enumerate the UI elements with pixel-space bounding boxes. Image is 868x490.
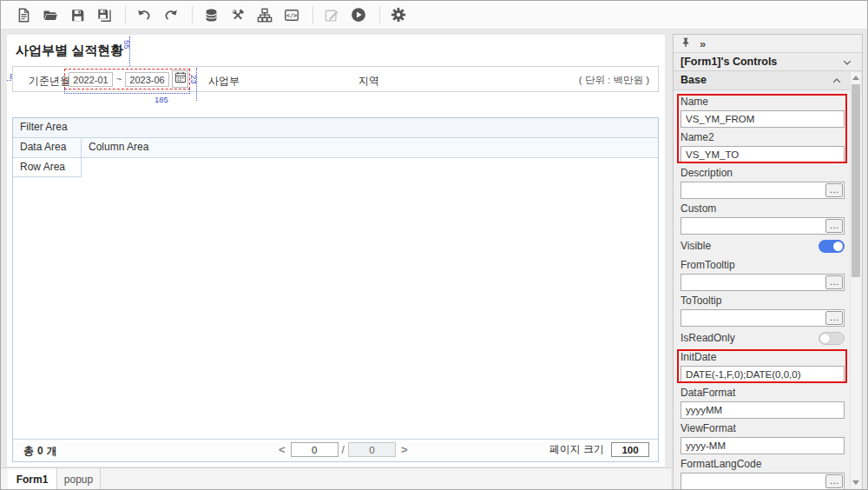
pager: < / > [273, 442, 413, 457]
pin-icon[interactable] [681, 36, 691, 51]
tools-icon [230, 8, 246, 23]
save-button[interactable] [65, 3, 89, 26]
open-folder-button[interactable] [38, 3, 62, 26]
total-pages-input [348, 442, 396, 457]
new-file-icon [16, 8, 31, 23]
prop-label-visible: Visible [681, 240, 711, 252]
prop-label-fromtooltip: FromTooltip [681, 259, 845, 271]
toolbar-separator [125, 6, 126, 23]
svg-text:</>: </> [286, 12, 297, 19]
prop-field-formatlangcode: FormatLangCode … [681, 458, 845, 489]
pivot-column-area[interactable]: Column Area [82, 138, 658, 157]
tab-form1[interactable]: Form1 [8, 468, 57, 490]
app-window: </> 사업부별 실적현황 55 88 기준년월 ~ 185 23 사업부 지역… [0, 0, 868, 490]
guide-label-55: 55 [122, 40, 132, 50]
run-button[interactable] [346, 3, 371, 26]
ellipsis-button[interactable]: … [825, 183, 843, 197]
ellipsis-button[interactable]: … [825, 219, 843, 233]
prop-field-initdate: InitDate [681, 351, 845, 383]
page-title: 사업부별 실적현황 [16, 43, 123, 59]
base-header-label: Base [681, 74, 707, 86]
undo-icon [136, 8, 152, 22]
total-value: 0 [37, 445, 43, 457]
toolbar-separator [312, 6, 313, 23]
page-size-label: 페이지 크기 [549, 442, 604, 457]
prop-label-isreadonly: IsReadOnly [681, 332, 735, 344]
base-section-header[interactable]: Base [674, 71, 862, 90]
date-to-input[interactable] [125, 72, 169, 87]
prop-input-name[interactable] [681, 110, 845, 128]
prop-input-name2[interactable] [681, 146, 845, 163]
prop-label-name2: Name2 [681, 131, 845, 143]
save-all-icon [96, 8, 112, 23]
prop-input-totooltip[interactable] [681, 309, 845, 327]
ellipsis-button[interactable]: … [825, 311, 843, 325]
prop-field-dataformat: DataFormat [681, 387, 845, 419]
ellipsis-button[interactable]: … [825, 474, 843, 488]
pivot-row-area[interactable]: Row Area [13, 158, 82, 177]
next-page-button[interactable]: > [396, 443, 413, 456]
guide-label-23: 23 [189, 75, 199, 84]
edit-button[interactable] [319, 3, 344, 26]
prop-field-name: Name [681, 96, 845, 128]
scrollbar-thumb[interactable] [852, 84, 860, 277]
prop-input-custom[interactable] [681, 217, 845, 235]
pivot-data-area[interactable]: Data Area [13, 138, 82, 157]
ellipsis-button[interactable]: … [825, 275, 843, 289]
calendar-icon [174, 71, 187, 87]
pivot-filter-area[interactable]: Filter Area [13, 118, 658, 138]
redo-button[interactable] [159, 3, 183, 26]
panel-scrollbar[interactable] [850, 72, 861, 488]
property-fields: Name Name2 Description … Custom [674, 90, 850, 489]
prop-input-fromtooltip[interactable] [681, 274, 845, 291]
toolbar-separator [192, 6, 193, 23]
form-tab-bar: Form1 popup [1, 467, 671, 490]
save-all-button[interactable] [92, 3, 116, 26]
prop-input-dataformat[interactable] [681, 401, 845, 419]
controls-header[interactable]: [Form1]'s Controls [674, 52, 862, 71]
date-from-input[interactable] [69, 72, 113, 87]
code-button[interactable]: </> [279, 3, 304, 26]
undo-button[interactable] [132, 3, 156, 26]
new-file-button[interactable] [11, 3, 36, 26]
settings-button[interactable] [386, 3, 411, 26]
prop-label-totooltip: ToTooltip [681, 295, 845, 307]
guide-line-vertical [196, 68, 197, 101]
annotation-box-initdate: InitDate [681, 351, 845, 383]
scroll-up-icon[interactable] [851, 72, 861, 83]
unit-note: ( 단위 : 백만원 ) [549, 74, 649, 87]
prop-field-fromtooltip: FromTooltip … [681, 259, 845, 291]
visible-toggle[interactable] [819, 240, 845, 253]
prev-page-button[interactable]: < [273, 443, 291, 456]
pivot-header-row: Data Area Column Area [13, 138, 658, 158]
toggle-knob [820, 334, 830, 343]
main-toolbar: </> [1, 1, 867, 30]
isreadonly-toggle[interactable] [819, 332, 845, 345]
prop-field-totooltip: ToTooltip … [681, 295, 845, 327]
prop-input-description[interactable] [681, 182, 845, 199]
collapse-panel-icon[interactable]: » [700, 38, 706, 50]
annotation-box-names: Name Name2 [681, 96, 845, 163]
prop-input-formatlangcode[interactable] [681, 473, 845, 489]
prop-input-initdate[interactable] [681, 366, 845, 383]
total-label: 총 [23, 445, 34, 457]
date-separator: ~ [116, 74, 122, 84]
design-canvas: 사업부별 실적현황 55 88 기준년월 ~ 185 23 사업부 지역 ( 단… [7, 35, 665, 467]
controls-header-label: [Form1]'s Controls [681, 56, 777, 68]
calendar-button[interactable] [172, 70, 188, 88]
page-size-control: 페이지 크기 [549, 442, 649, 457]
guide-label-185: 185 [155, 95, 168, 104]
region-label: 지역 [358, 74, 379, 89]
database-button[interactable] [199, 3, 223, 26]
division-label: 사업부 [208, 74, 240, 89]
sitemap-icon [257, 8, 273, 23]
tools-button[interactable] [226, 3, 250, 26]
current-page-input[interactable] [291, 442, 339, 457]
page-size-input[interactable] [611, 442, 649, 457]
tab-popup[interactable]: popup [57, 468, 101, 490]
prop-label-viewformat: ViewFormat [681, 422, 845, 434]
prop-input-viewformat[interactable] [681, 437, 845, 454]
sitemap-button[interactable] [253, 3, 277, 26]
scroll-down-icon[interactable] [851, 477, 861, 488]
panel-top-strip: » [674, 35, 862, 52]
